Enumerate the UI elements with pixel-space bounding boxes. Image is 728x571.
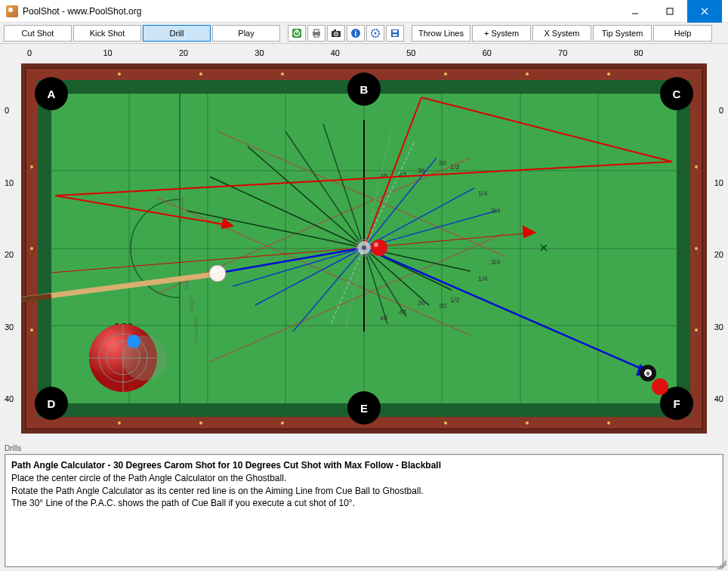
- close-button[interactable]: [687, 0, 722, 23]
- svg-point-38: [695, 165, 698, 168]
- svg-point-121: [209, 265, 226, 282]
- save-button[interactable]: [386, 25, 404, 42]
- svg-text:D: D: [48, 397, 56, 410]
- minimize-button[interactable]: [618, 0, 652, 23]
- main-toolbar: Cut Shot Kick Shot Drill Play i Throw Li…: [0, 23, 728, 44]
- svg-point-33: [526, 421, 529, 424]
- svg-rect-8: [314, 29, 319, 32]
- pool-table[interactable]: A B C D E F: [21, 63, 707, 437]
- camera-button[interactable]: [327, 25, 345, 42]
- ruler-tick: 60: [483, 48, 558, 63]
- power-icon: [292, 28, 302, 39]
- drill-title: Path Angle Calculator - 30 Degrees Carom…: [11, 459, 717, 472]
- svg-point-29: [118, 421, 121, 424]
- cue-ball: [209, 265, 226, 282]
- svg-point-36: [30, 247, 33, 250]
- svg-text:30: 30: [439, 159, 446, 167]
- svg-text:F: F: [673, 397, 680, 410]
- minimize-icon: [630, 6, 640, 17]
- svg-rect-9: [314, 35, 319, 37]
- ruler-right: 0 10 20 30 40: [705, 106, 723, 467]
- svg-text:B: B: [360, 83, 369, 96]
- svg-text:i: i: [355, 29, 357, 38]
- tip-system-button[interactable]: Tip System: [593, 25, 652, 42]
- svg-point-122: [212, 268, 217, 273]
- printer-icon: [311, 28, 322, 39]
- throw-lines-button[interactable]: Throw Lines: [412, 25, 470, 42]
- print-button[interactable]: [307, 25, 325, 42]
- svg-point-16: [375, 32, 377, 34]
- resize-grip[interactable]: [716, 559, 726, 569]
- window-titlebar: PoolShot - www.PoolShot.org: [0, 0, 728, 23]
- gear-icon: [370, 28, 381, 39]
- cut-shot-button[interactable]: Cut Shot: [4, 25, 72, 42]
- svg-point-11: [335, 32, 338, 35]
- svg-point-126: [371, 239, 387, 256]
- svg-point-30: [199, 421, 202, 424]
- svg-point-40: [695, 329, 698, 332]
- drill-button[interactable]: Drill: [143, 25, 211, 42]
- ruler-tick: 70: [558, 48, 634, 63]
- info-button[interactable]: i: [347, 25, 365, 42]
- drills-label: Drills: [5, 444, 723, 452]
- svg-rect-19: [393, 34, 397, 36]
- floppy-icon: [390, 28, 400, 39]
- x-system-button[interactable]: X System: [532, 25, 591, 42]
- red-ball-near-f: [652, 378, 668, 395]
- drill-line: Place the center circle of the Path Angl…: [11, 472, 717, 485]
- svg-text:A: A: [48, 88, 56, 100]
- svg-text:1/4: 1/4: [478, 190, 488, 197]
- svg-text:1/2: 1/2: [450, 163, 460, 171]
- svg-point-31: [281, 421, 284, 424]
- ruler-tick: 80: [634, 48, 710, 63]
- maximize-button[interactable]: [652, 0, 687, 23]
- play-button[interactable]: Play: [212, 25, 280, 42]
- ruler-tick: 10: [103, 48, 178, 63]
- ruler-tick: 40: [331, 48, 406, 63]
- help-button[interactable]: Help: [653, 25, 712, 42]
- svg-text:48: 48: [380, 314, 387, 322]
- svg-text:1/2: 1/2: [450, 296, 460, 304]
- ruler-tick: 30: [254, 48, 330, 63]
- ruler-tick: 20: [705, 250, 723, 323]
- svg-point-24: [199, 73, 202, 76]
- settings-button[interactable]: [366, 25, 384, 42]
- ruler-tick: 10: [705, 178, 723, 251]
- svg-text:30: 30: [439, 302, 446, 310]
- svg-text:3/4: 3/4: [491, 258, 501, 266]
- drills-textbox[interactable]: Path Angle Calculator - 30 Degrees Carom…: [5, 454, 723, 567]
- svg-point-34: [607, 421, 610, 424]
- svg-rect-12: [334, 29, 336, 31]
- ruler-tick: 30: [705, 323, 723, 395]
- svg-point-28: [607, 73, 610, 76]
- svg-text:43: 43: [399, 308, 406, 316]
- kick-shot-button[interactable]: Kick Shot: [73, 25, 141, 42]
- ruler-top: 0 10 20 30 40 50 60 70 80: [5, 48, 723, 63]
- ruler-tick: 40: [705, 394, 723, 467]
- drill-line: The 30° Line of the P.A.C. shows the pat…: [11, 497, 717, 510]
- pool-table-svg: A B C D E F: [21, 63, 707, 434]
- svg-point-37: [30, 329, 33, 332]
- ruler-tick: 20: [179, 48, 254, 63]
- eight-ball: 8: [640, 365, 656, 381]
- ruler-tick: 50: [406, 48, 482, 63]
- svg-point-125: [362, 245, 366, 250]
- drills-panel: Drills Path Angle Calculator - 30 Degree…: [5, 444, 723, 567]
- svg-point-35: [30, 165, 33, 168]
- power-button[interactable]: [288, 25, 306, 42]
- plus-system-button[interactable]: + System: [472, 25, 531, 42]
- svg-point-26: [444, 73, 447, 76]
- svg-point-39: [695, 247, 698, 250]
- close-icon: [699, 6, 710, 17]
- svg-text:36: 36: [418, 299, 425, 307]
- svg-point-32: [444, 421, 447, 424]
- ruler-tick: 0: [705, 106, 723, 178]
- svg-point-23: [118, 73, 121, 76]
- info-icon: i: [350, 28, 361, 39]
- drill-line: Rotate the Path Angle Calculator as its …: [11, 485, 717, 498]
- svg-text:3/4: 3/4: [491, 207, 501, 215]
- work-area: 0 10 20 30 40 50 60 70 80 0 10 20 30 40 …: [0, 44, 728, 441]
- app-icon: [6, 5, 18, 17]
- red-object-ball: [371, 239, 387, 256]
- camera-icon: [331, 28, 341, 39]
